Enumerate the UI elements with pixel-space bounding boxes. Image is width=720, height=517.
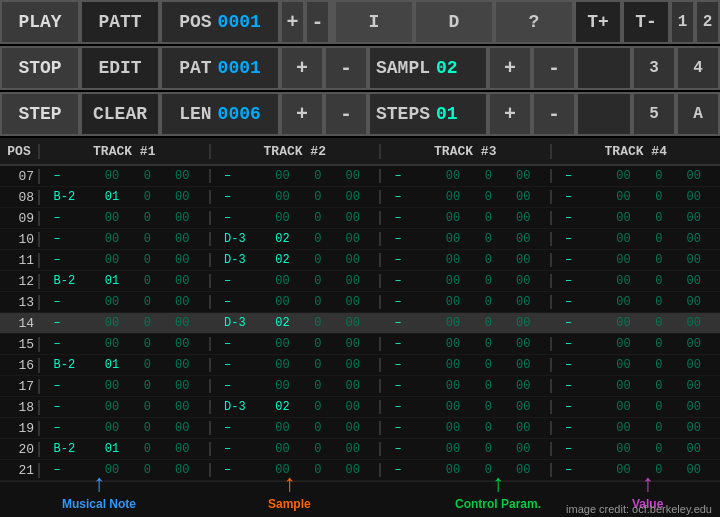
table-row[interactable]: 11–00000D-302000–00000–00000 xyxy=(0,250,720,271)
param-value: 00 xyxy=(175,295,195,309)
table-row[interactable]: 08B-201000–00000–00000–00000 xyxy=(0,187,720,208)
note-value: – xyxy=(395,295,427,309)
sample-value: 00 xyxy=(105,379,125,393)
sample-value: 01 xyxy=(105,358,125,372)
note-value: – xyxy=(395,358,427,372)
table-row[interactable]: 17–00000–00000–00000–00000 xyxy=(0,376,720,397)
table-row[interactable]: 15–00000–00000–00000–00000 xyxy=(0,334,720,355)
table-row[interactable]: 13–00000–00000–00000–00000 xyxy=(0,292,720,313)
table-row[interactable]: 07–00000–00000–00000–00000 xyxy=(0,166,720,187)
patt-button[interactable]: PATT xyxy=(80,0,160,44)
param-value: 00 xyxy=(175,211,195,225)
steps-minus-button[interactable]: - xyxy=(532,92,576,136)
table-row[interactable]: 14–00000D-302000–00000–00000 xyxy=(0,313,720,334)
steps-plus-button[interactable]: + xyxy=(488,92,532,136)
table-row[interactable]: 12B-201000–00000–00000–00000 xyxy=(0,271,720,292)
num1-button[interactable]: 1 xyxy=(670,0,695,44)
track-cell: –00000 xyxy=(381,442,552,456)
control-value: 0 xyxy=(314,400,326,414)
annotation: ↑Control Param. xyxy=(455,473,541,511)
num3-button[interactable]: 3 xyxy=(632,46,676,90)
note-value: – xyxy=(224,421,256,435)
tplus-button[interactable]: T+ xyxy=(574,0,622,44)
track-cell: –00000 xyxy=(381,316,552,330)
sample-value: 00 xyxy=(446,190,466,204)
param-value: 00 xyxy=(686,232,706,246)
play-button[interactable]: PLAY xyxy=(0,0,80,44)
sample-value: 00 xyxy=(275,190,295,204)
pos-minus-button[interactable]: - xyxy=(305,0,330,44)
param-value: 00 xyxy=(345,295,365,309)
track-cell: –00000 xyxy=(552,274,721,288)
control-value: 0 xyxy=(655,358,667,372)
sample-value: 00 xyxy=(105,232,125,246)
num4-button[interactable]: 4 xyxy=(676,46,720,90)
table-row[interactable]: 10–00000D-302000–00000–00000 xyxy=(0,229,720,250)
pat-minus-button[interactable]: - xyxy=(324,46,368,90)
pos-plus-button[interactable]: + xyxy=(280,0,305,44)
pos-label: POS xyxy=(179,12,211,32)
table-row[interactable]: 09–00000–00000–00000–00000 xyxy=(0,208,720,229)
pos-cell: 11 xyxy=(0,253,40,268)
sample-value: 00 xyxy=(105,169,125,183)
control-value: 0 xyxy=(314,421,326,435)
sample-value: 01 xyxy=(105,274,125,288)
header-track4: TRACK #4 xyxy=(552,144,721,159)
pat-plus-button[interactable]: + xyxy=(280,46,324,90)
track-cell: –00000 xyxy=(211,442,382,456)
stop-button[interactable]: STOP xyxy=(0,46,80,90)
param-value: 00 xyxy=(686,316,706,330)
param-value: 00 xyxy=(686,253,706,267)
track-cell: B-201000 xyxy=(40,274,211,288)
len-label: LEN xyxy=(179,104,211,124)
param-value: 00 xyxy=(686,358,706,372)
numa-button[interactable]: A xyxy=(676,92,720,136)
table-row[interactable]: 19–00000–00000–00000–00000 xyxy=(0,418,720,439)
param-value: 00 xyxy=(345,379,365,393)
num5-button[interactable]: 5 xyxy=(632,92,676,136)
note-value: – xyxy=(54,253,86,267)
param-value: 00 xyxy=(175,421,195,435)
control-value: 0 xyxy=(485,421,497,435)
control-value: 0 xyxy=(314,232,326,246)
control-value: 0 xyxy=(655,421,667,435)
sample-value: 01 xyxy=(105,442,125,456)
param-value: 00 xyxy=(345,211,365,225)
len-minus-button[interactable]: - xyxy=(324,92,368,136)
sample-value: 00 xyxy=(616,400,636,414)
control-value: 0 xyxy=(655,316,667,330)
q-button[interactable]: ? xyxy=(494,0,574,44)
note-value: D-3 xyxy=(224,400,256,414)
param-value: 00 xyxy=(516,190,536,204)
d-button[interactable]: D xyxy=(414,0,494,44)
control-value: 0 xyxy=(314,274,326,288)
table-row[interactable]: 18–00000D-302000–00000–00000 xyxy=(0,397,720,418)
pos-cell: 20 xyxy=(0,442,40,457)
track-cell: –00000 xyxy=(211,190,382,204)
note-value: – xyxy=(54,400,86,414)
seq-rows: 07–00000–00000–00000–0000008B-201000–000… xyxy=(0,166,720,481)
step-button[interactable]: STEP xyxy=(0,92,80,136)
control-value: 0 xyxy=(485,211,497,225)
num2-button[interactable]: 2 xyxy=(695,0,720,44)
table-row[interactable]: 16B-201000–00000–00000–00000 xyxy=(0,355,720,376)
note-value: – xyxy=(224,169,256,183)
table-row[interactable]: 20B-201000–00000–00000–00000 xyxy=(0,439,720,460)
clear-button[interactable]: CLEAR xyxy=(80,92,160,136)
track-cell: –00000 xyxy=(552,190,721,204)
control-value: 0 xyxy=(144,400,156,414)
pos-cell: 14 xyxy=(0,316,40,331)
steps-value: 01 xyxy=(436,104,458,124)
i-button[interactable]: I xyxy=(334,0,414,44)
len-plus-button[interactable]: + xyxy=(280,92,324,136)
edit-button[interactable]: EDIT xyxy=(80,46,160,90)
tminus-button[interactable]: T- xyxy=(622,0,670,44)
track-cell: –00000 xyxy=(211,274,382,288)
control-value: 0 xyxy=(314,358,326,372)
sampl-plus-button[interactable]: + xyxy=(488,46,532,90)
control-value: 0 xyxy=(485,379,497,393)
sample-value: 00 xyxy=(105,316,125,330)
control-value: 0 xyxy=(314,379,326,393)
sample-value: 00 xyxy=(275,442,295,456)
sampl-minus-button[interactable]: - xyxy=(532,46,576,90)
